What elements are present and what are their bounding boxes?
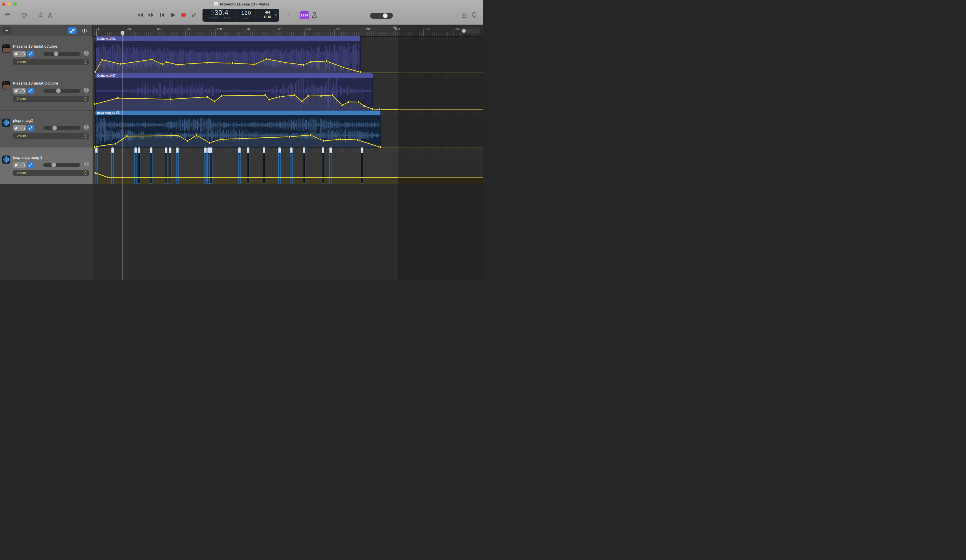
master-volume-slider[interactable] <box>370 13 393 19</box>
track-automation-button[interactable] <box>27 88 34 94</box>
track-volume-slider[interactable] <box>43 126 80 130</box>
add-track-button[interactable]: + <box>3 27 11 34</box>
automation-node[interactable] <box>94 172 96 174</box>
mute-button[interactable] <box>13 88 20 94</box>
lcd-position-section[interactable]: 030.4 COMPÀS BEAT <box>202 9 237 21</box>
mini-audio-region[interactable] <box>329 148 332 184</box>
tuner-button[interactable] <box>284 11 292 19</box>
automation-node[interactable] <box>279 95 280 98</box>
lcd-key-section[interactable]: 4/4 C M <box>256 9 279 21</box>
automation-node[interactable] <box>176 64 178 66</box>
automation-parameter-select[interactable]: Volum <box>13 96 89 102</box>
lcd-tempo-section[interactable]: 120 TEMPO <box>237 9 256 21</box>
master-volume-thumb[interactable] <box>383 13 388 18</box>
automation-node[interactable] <box>214 100 215 103</box>
automation-node[interactable] <box>209 142 210 144</box>
track-volume-thumb[interactable] <box>52 125 57 130</box>
mini-audio-region[interactable] <box>238 148 241 184</box>
pan-knob[interactable] <box>83 49 90 57</box>
automation-node[interactable] <box>301 100 303 102</box>
pan-knob[interactable] <box>83 161 90 168</box>
mini-audio-region[interactable] <box>150 148 153 184</box>
automation-node[interactable] <box>94 71 96 73</box>
mute-button[interactable] <box>13 125 20 131</box>
automation-node[interactable] <box>206 61 208 64</box>
automation-node[interactable] <box>310 134 312 136</box>
mini-audio-region[interactable] <box>322 148 324 184</box>
mini-audio-region[interactable] <box>210 148 213 184</box>
mini-audio-region[interactable] <box>278 148 281 184</box>
mini-audio-region[interactable] <box>176 148 179 184</box>
track-volume-thumb[interactable] <box>54 51 59 56</box>
automation-node[interactable] <box>285 61 287 64</box>
metronome-button[interactable] <box>310 11 318 19</box>
mini-audio-region[interactable] <box>135 148 137 184</box>
mini-audio-region[interactable] <box>361 148 363 184</box>
automation-node[interactable] <box>220 138 222 141</box>
cycle-button[interactable] <box>190 11 197 19</box>
track-header-row[interactable]: Pissarra 13 teulat octubreVolum <box>0 36 93 73</box>
solo-button[interactable] <box>20 51 26 57</box>
automation-node[interactable] <box>117 97 119 99</box>
automation-node[interactable] <box>379 108 380 110</box>
automation-parameter-select[interactable]: Volum <box>13 170 89 176</box>
audio-region[interactable]: pluja maig2.1 <box>95 110 380 147</box>
automation-node[interactable] <box>221 95 222 97</box>
mute-button[interactable] <box>13 51 20 57</box>
automation-node[interactable] <box>232 62 233 64</box>
automation-node[interactable] <box>348 101 350 103</box>
automation-node[interactable] <box>107 176 109 179</box>
mini-audio-region[interactable] <box>247 148 250 184</box>
solo-button[interactable] <box>20 125 26 131</box>
mini-audio-region[interactable] <box>95 148 98 184</box>
pan-knob[interactable] <box>83 87 90 94</box>
automation-node[interactable] <box>126 135 128 137</box>
zoom-slider-thumb[interactable] <box>462 29 466 33</box>
mute-button[interactable] <box>13 162 20 168</box>
automation-node[interactable] <box>101 59 103 61</box>
automation-node[interactable] <box>358 101 360 103</box>
mini-audio-region[interactable] <box>169 148 172 184</box>
library-button[interactable] <box>4 11 11 19</box>
automation-node[interactable] <box>177 135 179 137</box>
automation-node[interactable] <box>266 58 268 60</box>
automation-node[interactable] <box>307 95 309 97</box>
fast-forward-button[interactable] <box>148 11 155 19</box>
automation-node[interactable] <box>94 103 95 105</box>
track-volume-slider[interactable] <box>43 163 80 167</box>
track-header-row[interactable]: pluja maig2Volum <box>0 110 93 148</box>
audio-region[interactable]: Guitarra 1#07 <box>95 73 380 110</box>
mini-audio-region[interactable] <box>165 148 168 184</box>
mini-audio-region[interactable] <box>290 148 293 184</box>
automation-node[interactable] <box>254 63 256 66</box>
editors-button[interactable] <box>46 11 54 19</box>
rewind-button[interactable] <box>136 11 144 19</box>
automation-node[interactable] <box>162 63 164 66</box>
automation-node[interactable] <box>379 146 381 148</box>
automation-node[interactable] <box>357 139 358 141</box>
mini-audio-region[interactable] <box>204 148 207 184</box>
automation-node[interactable] <box>196 134 197 136</box>
automation-parameter-select[interactable]: Volum <box>13 59 89 65</box>
mini-audio-region[interactable] <box>111 148 114 184</box>
automation-node[interactable] <box>115 143 117 145</box>
automation-node[interactable] <box>360 71 361 73</box>
track-header-row[interactable]: Pissarra 13 teulat OctubreVolum <box>0 73 93 110</box>
automation-node[interactable] <box>206 96 208 98</box>
automation-node[interactable] <box>310 61 312 63</box>
automation-node[interactable] <box>289 136 291 138</box>
automation-node[interactable] <box>340 138 342 141</box>
automation-node[interactable] <box>151 58 153 61</box>
mini-audio-region[interactable] <box>207 148 210 184</box>
automation-node[interactable] <box>120 63 121 65</box>
catch-playhead-button[interactable] <box>80 27 89 34</box>
show-automation-button[interactable] <box>68 27 77 34</box>
go-to-beginning-button[interactable] <box>158 11 166 19</box>
smart-controls-button[interactable] <box>37 11 44 19</box>
mini-audio-region[interactable] <box>263 148 265 184</box>
pan-knob[interactable] <box>83 124 90 131</box>
automation-node[interactable] <box>343 66 345 69</box>
track-volume-slider[interactable] <box>43 89 80 93</box>
automation-node[interactable] <box>326 60 327 62</box>
automation-parameter-select[interactable]: Volum <box>13 133 89 139</box>
